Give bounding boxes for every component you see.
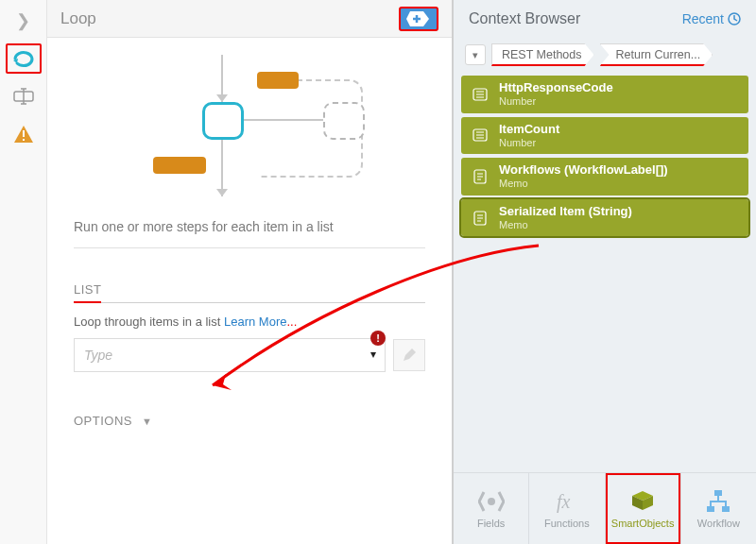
workflow-icon <box>705 489 731 514</box>
list-source-input[interactable] <box>74 338 386 372</box>
breadcrumb-item[interactable]: REST Methods <box>491 43 594 66</box>
recent-link[interactable]: Recent <box>682 11 741 26</box>
config-header: Loop <box>47 0 452 38</box>
loop-description: Run one or more steps for each item in a… <box>74 219 425 248</box>
tag-plus-icon <box>406 10 431 27</box>
context-item-list: HttpResponseCodeNumber ItemCountNumber W… <box>454 76 756 236</box>
svg-rect-5 <box>23 139 25 141</box>
breadcrumb-item[interactable]: Return Curren... <box>600 43 713 66</box>
panel-title: Loop <box>60 9 96 28</box>
learn-more-link[interactable]: Learn More <box>224 314 286 329</box>
context-item[interactable]: Serialized Item (String)Memo <box>461 199 748 237</box>
svg-rect-29 <box>722 506 730 512</box>
context-item[interactable]: HttpResponseCodeNumber <box>461 76 748 113</box>
breadcrumb-expand-toggle[interactable]: ▾ <box>465 44 486 65</box>
tab-fields[interactable]: Fields <box>454 473 528 544</box>
clock-icon <box>728 12 741 26</box>
chevron-right-icon: ❯ <box>16 10 30 31</box>
list-section-label: LIST <box>74 282 425 303</box>
context-item[interactable]: ItemCountNumber <box>461 117 748 155</box>
svg-point-25 <box>488 498 495 505</box>
insert-reference-button[interactable] <box>399 7 438 31</box>
list-hint: Loop through items in a list Learn More.… <box>74 314 425 329</box>
cube-icon <box>629 489 656 514</box>
context-browser-panel: Context Browser Recent ▾ REST Methods Re… <box>454 0 756 544</box>
caret-down-icon: ▼ <box>142 416 152 427</box>
loop-diagram <box>108 55 391 206</box>
warning-triangle-icon <box>13 125 34 144</box>
left-icon-rail: ❯ <box>0 0 47 544</box>
config-panel: Loop Run one <box>47 0 454 544</box>
fields-icon <box>478 489 505 514</box>
list-number-icon <box>471 85 490 104</box>
tab-smartobjects[interactable]: SmartObjects <box>606 473 680 544</box>
fx-icon: fx <box>555 489 579 514</box>
svg-rect-27 <box>714 490 722 496</box>
textbox-icon <box>13 88 34 105</box>
memo-icon <box>471 167 490 186</box>
warnings-icon[interactable] <box>6 119 42 149</box>
context-browser-title: Context Browser <box>469 10 580 27</box>
options-section-toggle[interactable]: OPTIONS ▼ <box>74 414 425 428</box>
validation-error-badge: ! <box>370 331 386 346</box>
edit-expression-button[interactable] <box>393 339 425 371</box>
svg-text:fx: fx <box>557 491 571 513</box>
list-number-icon <box>471 126 490 144</box>
memo-icon <box>471 209 490 228</box>
loop-step-icon[interactable] <box>6 43 42 74</box>
context-tabs: Fields fx Functions SmartObjects <box>454 472 756 544</box>
svg-rect-28 <box>707 506 714 512</box>
context-item[interactable]: Workflows (WorkflowLabel[])Memo <box>461 158 748 196</box>
tab-functions[interactable]: fx Functions <box>529 473 604 544</box>
rename-step-icon[interactable] <box>6 81 42 111</box>
breadcrumb: ▾ REST Methods Return Curren... <box>454 38 756 76</box>
pencil-icon <box>402 348 417 363</box>
loop-icon <box>11 49 36 68</box>
svg-rect-4 <box>23 130 25 137</box>
tab-workflow[interactable]: Workflow <box>681 473 756 544</box>
collapse-toggle[interactable]: ❯ <box>6 6 42 36</box>
